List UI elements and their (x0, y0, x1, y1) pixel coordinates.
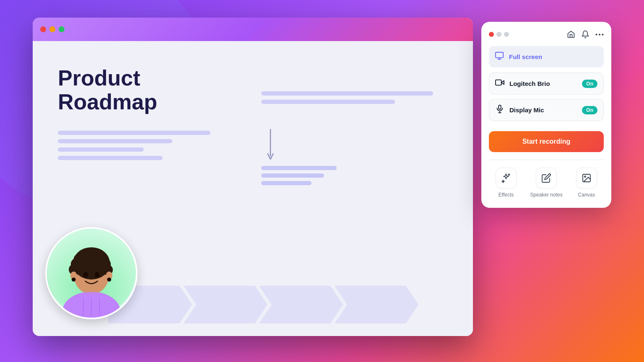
avatar (45, 227, 138, 319)
browser-window: Product Roadmap (33, 18, 473, 336)
slide-title: Product Roadmap (58, 66, 249, 114)
divider (489, 160, 604, 160)
svg-point-16 (95, 272, 100, 277)
traffic-light-green[interactable] (59, 26, 65, 32)
chevron-2 (184, 286, 267, 323)
canvas-action[interactable]: Canvas (576, 168, 597, 198)
flow-bar-3 (261, 181, 312, 185)
panel-titlebar (489, 30, 604, 39)
camera-label: Logitech Brio (509, 80, 577, 87)
right-line-1 (261, 91, 433, 96)
actions-row: Effects Speaker notes (489, 168, 604, 198)
home-button[interactable] (567, 30, 575, 39)
effects-icon-box (496, 168, 517, 189)
svg-point-34 (584, 176, 586, 177)
speaker-notes-icon-box (536, 168, 557, 189)
svg-rect-30 (499, 105, 501, 109)
flow-section (261, 129, 452, 185)
panel-tl-red[interactable] (489, 32, 494, 37)
right-line-2 (261, 100, 395, 104)
browser-content: Product Roadmap (33, 41, 473, 336)
mic-icon (495, 104, 504, 116)
svg-point-19 (72, 277, 76, 282)
main-container: Product Roadmap (33, 18, 611, 344)
content-line-2 (58, 139, 172, 143)
start-recording-button[interactable]: Start recording (489, 131, 604, 152)
right-lines (261, 91, 452, 104)
flow-arrow-icon (265, 129, 275, 163)
traffic-light-yellow[interactable] (49, 26, 55, 32)
flow-bar-1 (261, 166, 337, 170)
canvas-icon-box (576, 168, 597, 189)
traffic-light-red[interactable] (40, 26, 46, 32)
flow-bar-2 (261, 173, 324, 178)
panel-traffic-lights (489, 32, 509, 37)
chevron-4 (335, 286, 418, 323)
canvas-label: Canvas (578, 192, 595, 198)
content-lines (58, 131, 249, 160)
speaker-notes-label: Speaker notes (530, 192, 562, 198)
panel-action-icons (567, 30, 604, 39)
effects-action[interactable]: Effects (496, 168, 517, 198)
fullscreen-option[interactable]: Full screen (489, 46, 604, 67)
svg-rect-28 (496, 52, 503, 58)
monitor-icon (495, 51, 504, 62)
more-button[interactable] (595, 34, 604, 36)
fullscreen-label: Full screen (509, 53, 542, 60)
svg-rect-29 (496, 80, 501, 85)
mic-row[interactable]: Display Mic On (489, 99, 604, 121)
slide-right (261, 58, 452, 319)
panel-tl-green[interactable] (504, 32, 509, 37)
browser-titlebar (33, 18, 473, 41)
content-line-3 (58, 147, 144, 152)
chevron-3 (259, 286, 343, 323)
speaker-notes-action[interactable]: Speaker notes (530, 168, 562, 198)
svg-point-15 (83, 272, 88, 277)
mic-label: Display Mic (509, 106, 577, 114)
flow-items (261, 166, 337, 185)
svg-point-25 (595, 34, 597, 35)
recording-panel: Full screen Logitech Brio On (481, 22, 611, 208)
camera-icon (495, 78, 504, 89)
content-line-1 (58, 131, 210, 135)
camera-status-badge: On (582, 80, 597, 88)
svg-point-26 (599, 34, 600, 35)
effects-label: Effects (499, 192, 514, 198)
camera-row[interactable]: Logitech Brio On (489, 72, 604, 95)
bell-button[interactable] (581, 30, 589, 39)
panel-tl-yellow[interactable] (496, 32, 501, 37)
svg-point-20 (107, 277, 112, 282)
content-line-4 (58, 156, 163, 160)
svg-point-27 (602, 34, 603, 35)
mic-status-badge: On (582, 106, 597, 114)
avatar-image (47, 227, 136, 318)
chevron-row (108, 286, 465, 323)
